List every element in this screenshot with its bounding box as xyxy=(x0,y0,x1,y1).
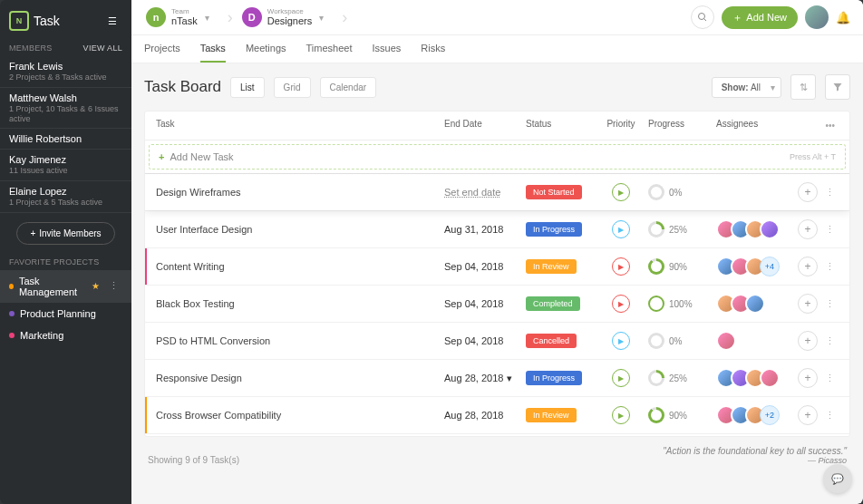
task-row[interactable]: Design Wireframes Set end date Not Start… xyxy=(145,173,849,210)
tab-meetings[interactable]: Meetings xyxy=(246,35,286,63)
more-icon[interactable]: ⋮ xyxy=(821,259,839,275)
add-task-hint: Press Alt + T xyxy=(790,152,836,161)
view-grid[interactable]: Grid xyxy=(274,77,311,98)
member-item[interactable]: Kay Jimenez 11 Issues active xyxy=(0,150,131,181)
more-assignees[interactable]: +4 xyxy=(760,257,780,276)
svg-point-0 xyxy=(699,14,705,20)
task-date: Sep 04, 2018 xyxy=(444,261,503,272)
tab-timesheet[interactable]: Timesheet xyxy=(306,35,353,63)
view-all-link[interactable]: View All xyxy=(83,44,122,53)
view-list[interactable]: List xyxy=(230,77,265,98)
footer-author: — Picasso xyxy=(663,456,847,465)
sidebar-project[interactable]: Marketing xyxy=(0,325,131,346)
status-badge[interactable]: Completed xyxy=(526,296,580,311)
workspace-breadcrumb[interactable]: D WorkspaceDesigners ▾ xyxy=(240,5,335,29)
filter-icon[interactable] xyxy=(825,74,850,100)
show-filter-dropdown[interactable]: Show: All xyxy=(712,77,781,98)
status-badge[interactable]: In Progress xyxy=(526,371,582,385)
add-new-button[interactable]: ＋Add New xyxy=(722,6,798,29)
task-name: Design Wireframes xyxy=(156,187,444,198)
add-task-label: Add New Task xyxy=(170,151,233,162)
task-row[interactable]: Cross Browser Compatibility Aug 28, 2018… xyxy=(145,396,849,433)
member-item[interactable]: Frank Lewis 2 Projects & 8 Tasks active xyxy=(0,56,131,88)
more-icon[interactable]: ••• xyxy=(821,119,839,132)
more-icon[interactable]: ⋮ xyxy=(821,185,839,200)
search-icon[interactable] xyxy=(691,5,714,29)
breadcrumb-sep: › xyxy=(228,8,233,27)
col-task: Task xyxy=(156,119,444,132)
app-logo[interactable]: N Task xyxy=(9,11,60,31)
main: n TeamnTask ▾ › D WorkspaceDesigners ▾ ›… xyxy=(131,0,863,504)
more-icon[interactable]: ⋮ xyxy=(821,371,839,386)
assignee-avatar[interactable] xyxy=(760,219,780,239)
priority-icon[interactable]: ▶ xyxy=(612,183,630,201)
status-badge[interactable]: In Review xyxy=(526,259,577,274)
sidebar-project[interactable]: Task Management ★⋮ xyxy=(0,270,131,303)
add-assignee-button[interactable]: + xyxy=(798,368,818,388)
status-badge[interactable]: In Review xyxy=(526,408,577,422)
member-item[interactable]: Matthew Walsh 1 Project, 10 Tasks & 6 Is… xyxy=(0,88,131,130)
add-assignee-button[interactable]: + xyxy=(798,182,818,202)
user-avatar[interactable] xyxy=(805,5,829,29)
project-label: Marketing xyxy=(20,330,63,341)
team-label: Team xyxy=(171,8,198,16)
task-date: Aug 28, 2018 ▾ xyxy=(444,373,512,383)
add-task-row[interactable]: + Add New Task Press Alt + T xyxy=(149,144,846,170)
add-assignee-button[interactable]: + xyxy=(798,405,818,425)
more-icon[interactable]: ⋮ xyxy=(821,408,839,423)
add-new-label: Add New xyxy=(746,12,787,23)
priority-icon[interactable]: ▶ xyxy=(612,295,630,313)
member-item[interactable]: Elaine Lopez 1 Project & 5 Tasks active xyxy=(0,181,131,213)
invite-members-button[interactable]: + Invite Members xyxy=(16,222,114,245)
member-name: Matthew Walsh xyxy=(9,92,122,103)
status-badge[interactable]: In Progress xyxy=(526,222,582,237)
tab-risks[interactable]: Risks xyxy=(421,35,445,63)
menu-icon[interactable]: ☰ xyxy=(102,11,122,31)
task-date: Sep 04, 2018 xyxy=(444,335,503,346)
progress-value: 0% xyxy=(669,188,682,198)
task-row[interactable]: Black Box Testing Sep 04, 2018 Completed… xyxy=(145,285,849,322)
project-label: Task Management xyxy=(19,276,86,297)
task-row[interactable]: User Interface Design Aug 31, 2018 In Pr… xyxy=(145,210,849,247)
svg-line-1 xyxy=(704,19,707,22)
priority-icon[interactable]: ▶ xyxy=(612,220,630,238)
priority-icon[interactable]: ▶ xyxy=(612,406,630,424)
chat-icon[interactable]: 💬 xyxy=(823,464,852,493)
add-assignee-button[interactable]: + xyxy=(798,294,818,314)
add-assignee-button[interactable]: + xyxy=(798,219,818,239)
bell-icon[interactable]: 🔔 xyxy=(836,11,850,24)
more-icon[interactable]: ⋮ xyxy=(821,334,839,349)
board-title: Task Board xyxy=(144,78,221,96)
add-assignee-button[interactable]: + xyxy=(798,331,818,351)
status-badge[interactable]: Cancelled xyxy=(526,334,577,348)
member-item[interactable]: Willie Robertson xyxy=(0,129,131,150)
assignee-avatar[interactable] xyxy=(760,368,780,388)
tab-projects[interactable]: Projects xyxy=(144,35,180,63)
add-assignee-button[interactable]: + xyxy=(798,257,818,276)
view-calendar[interactable]: Calendar xyxy=(320,77,377,98)
tab-issues[interactable]: Issues xyxy=(372,35,401,63)
assignee-avatar[interactable] xyxy=(716,331,736,351)
more-icon[interactable]: ⋮ xyxy=(821,296,839,312)
task-row[interactable]: PSD to HTML Conversion Sep 04, 2018 Canc… xyxy=(145,322,849,359)
more-assignees[interactable]: +2 xyxy=(760,405,780,425)
sidebar-project[interactable]: Product Planning xyxy=(0,303,131,325)
more-icon[interactable]: ⋮ xyxy=(821,222,839,237)
priority-icon[interactable]: ▶ xyxy=(612,369,630,387)
task-name: Content Writing xyxy=(156,261,444,272)
tab-tasks[interactable]: Tasks xyxy=(200,35,226,63)
status-badge[interactable]: Not Started xyxy=(526,185,582,199)
members-header: MEMBERS xyxy=(9,44,53,53)
assignee-avatar[interactable] xyxy=(745,294,765,314)
priority-icon[interactable]: ▶ xyxy=(612,257,630,276)
task-row[interactable]: Responsive Design Aug 28, 2018 ▾ In Prog… xyxy=(145,359,849,396)
more-icon[interactable]: ⋮ xyxy=(105,278,122,294)
sort-icon[interactable]: ⇅ xyxy=(790,74,816,100)
task-row[interactable]: Content Writing Sep 04, 2018 In Review ▶… xyxy=(145,247,849,285)
project-color-dot xyxy=(9,333,15,338)
team-breadcrumb[interactable]: n TeamnTask ▾ xyxy=(144,5,220,29)
task-date[interactable]: Set end date xyxy=(444,187,500,198)
priority-icon[interactable]: ▶ xyxy=(612,332,630,350)
progress-ring xyxy=(648,221,664,237)
task-row[interactable]: Mobile App Aug 21, 2018 Completed ▶ 100%… xyxy=(145,433,849,436)
